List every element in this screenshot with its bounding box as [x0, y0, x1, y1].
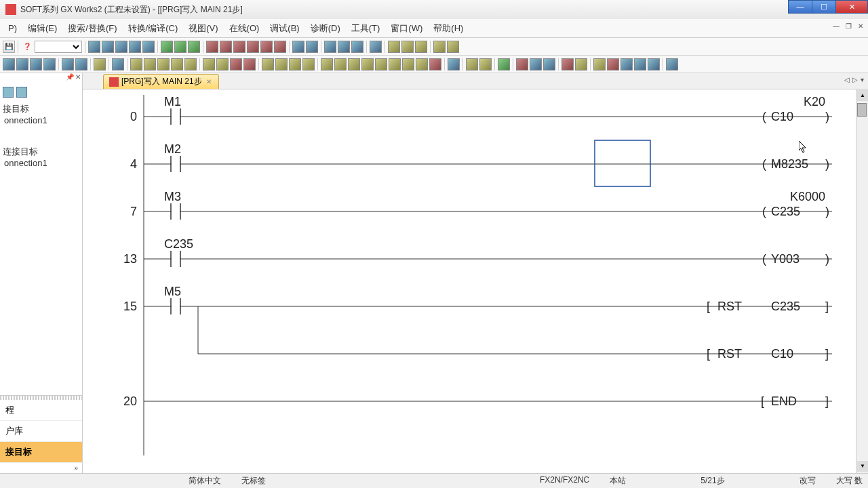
ladder-tool-icon[interactable] — [530, 58, 542, 70]
ladder-tool-icon[interactable] — [289, 58, 301, 70]
scroll-thumb[interactable] — [857, 103, 867, 117]
menu-online[interactable]: 在线(O) — [224, 20, 265, 37]
ladder-tool-icon[interactable] — [516, 58, 528, 70]
ladder-tool-icon[interactable] — [620, 58, 633, 70]
sidebar-close-icon[interactable]: ✕ — [75, 73, 81, 84]
sidebar-tab-connection[interactable]: 接目标 — [0, 442, 82, 463]
menu-search[interactable]: 搜索/替换(F) — [62, 20, 122, 37]
ladder-tool-icon[interactable] — [666, 58, 678, 70]
ladder-tool-icon[interactable] — [498, 58, 510, 70]
ladder-tool-icon[interactable] — [275, 58, 288, 70]
menu-edit[interactable]: 编辑(E) — [22, 20, 62, 37]
menu-compile[interactable]: 转换/编译(C) — [123, 20, 184, 37]
sidebar-value[interactable]: onnection1 — [4, 158, 79, 168]
ladder-tool-icon[interactable] — [203, 58, 215, 70]
tree-icon[interactable] — [3, 87, 14, 98]
ladder-tool-icon[interactable] — [112, 58, 124, 70]
ladder-tool-icon[interactable] — [321, 58, 333, 70]
tool-icon[interactable] — [161, 41, 173, 53]
ladder-tool-icon[interactable] — [43, 58, 56, 70]
ladder-tool-icon[interactable] — [648, 58, 660, 70]
tool-icon[interactable] — [351, 41, 363, 53]
ladder-tool-icon[interactable] — [416, 58, 428, 70]
tool-icon[interactable] — [401, 41, 414, 53]
coil-icon[interactable] — [184, 58, 197, 70]
ladder-tool-icon[interactable] — [216, 58, 229, 70]
tab-next-icon[interactable]: ▷ — [852, 76, 858, 83]
tool-icon[interactable] — [370, 41, 382, 53]
tool-icon[interactable] — [415, 41, 427, 53]
paste-icon[interactable] — [115, 41, 127, 53]
ladder-tool-icon[interactable] — [16, 58, 28, 70]
help-icon[interactable]: ❓ — [21, 41, 33, 53]
sidebar-tab-userlib[interactable]: 户库 — [0, 421, 82, 442]
ladder-tool-icon[interactable] — [389, 58, 401, 70]
ladder-tool-icon[interactable] — [94, 58, 106, 70]
contact-no-icon[interactable] — [130, 58, 142, 70]
menu-view[interactable]: 视图(V) — [183, 20, 223, 37]
tool-icon[interactable] — [292, 41, 304, 53]
tool-icon[interactable] — [220, 41, 232, 53]
ladder-canvas[interactable]: 0M1(C10)K204M2(M8235)7M3(C235)K600013C23… — [83, 89, 868, 473]
tool-icon[interactable] — [247, 41, 259, 53]
menu-help[interactable]: 帮助(H) — [428, 20, 469, 37]
ladder-tool-icon[interactable] — [62, 58, 74, 70]
tool-icon[interactable] — [388, 41, 400, 53]
save-icon[interactable]: 💾 — [3, 41, 15, 53]
ladder-tool-icon[interactable] — [334, 58, 347, 70]
toolbar-combo[interactable] — [35, 41, 82, 53]
contact-n-icon[interactable] — [171, 58, 183, 70]
mdi-close-button[interactable]: ✕ — [856, 22, 865, 31]
tab-close-icon[interactable]: ✕ — [205, 78, 213, 86]
copy-icon[interactable] — [102, 41, 114, 53]
contact-nc-icon[interactable] — [144, 58, 156, 70]
ladder-tool-icon[interactable] — [561, 58, 574, 70]
close-button[interactable]: ✕ — [835, 0, 868, 14]
ladder-tool-icon[interactable] — [607, 58, 619, 70]
ladder-tool-icon[interactable] — [262, 58, 274, 70]
tool-icon[interactable] — [306, 41, 318, 53]
menu-p[interactable]: P) — [3, 20, 22, 36]
redo-icon[interactable] — [142, 41, 155, 53]
scroll-up-icon[interactable]: ▲ — [857, 90, 868, 101]
ladder-tool-icon[interactable] — [575, 58, 587, 70]
ladder-tool-icon[interactable] — [448, 58, 460, 70]
ladder-tool-icon[interactable] — [634, 58, 646, 70]
ladder-tool-icon[interactable] — [243, 58, 256, 70]
tool-icon[interactable] — [206, 41, 218, 53]
cut-icon[interactable] — [88, 41, 100, 53]
sidebar-value[interactable]: onnection1 — [4, 115, 79, 125]
tool-icon[interactable] — [260, 41, 273, 53]
tool-icon[interactable] — [188, 41, 200, 53]
editor-tab-main[interactable]: [PRG]写入 MAIN 21步 ✕ — [103, 74, 219, 89]
ladder-tool-icon[interactable] — [479, 58, 492, 70]
tool-icon[interactable] — [174, 41, 186, 53]
menu-window[interactable]: 窗口(W) — [385, 20, 428, 37]
ladder-tool-icon[interactable] — [302, 58, 315, 70]
ladder-tool-icon[interactable] — [75, 58, 87, 70]
ladder-tool-icon[interactable] — [3, 58, 15, 70]
undo-icon[interactable] — [129, 41, 141, 53]
tool-icon[interactable] — [433, 41, 446, 53]
menu-debug[interactable]: 调试(B) — [264, 20, 304, 37]
ladder-tool-icon[interactable] — [348, 58, 360, 70]
ladder-tool-icon[interactable] — [361, 58, 374, 70]
contact-p-icon[interactable] — [157, 58, 170, 70]
tool-icon[interactable] — [447, 41, 459, 53]
mdi-restore-button[interactable]: ❐ — [844, 22, 853, 31]
tree-icon[interactable] — [16, 87, 27, 98]
menu-diagnose[interactable]: 诊断(D) — [305, 20, 346, 37]
ladder-tool-icon[interactable] — [466, 58, 478, 70]
minimize-button[interactable]: — — [788, 0, 812, 14]
maximize-button[interactable]: ☐ — [812, 0, 836, 14]
ladder-tool-icon[interactable] — [375, 58, 387, 70]
sidebar-pin-icon[interactable]: 📌 — [66, 73, 74, 84]
ladder-tool-icon[interactable] — [429, 58, 441, 70]
tab-menu-icon[interactable]: ▾ — [861, 76, 864, 83]
sidebar-expand-icon[interactable]: » — [0, 463, 82, 473]
ladder-tool-icon[interactable] — [593, 58, 606, 70]
tool-icon[interactable] — [338, 41, 350, 53]
tab-prev-icon[interactable]: ◁ — [844, 76, 850, 83]
menu-tools[interactable]: 工具(T) — [346, 20, 386, 37]
ladder-tool-icon[interactable] — [30, 58, 42, 70]
